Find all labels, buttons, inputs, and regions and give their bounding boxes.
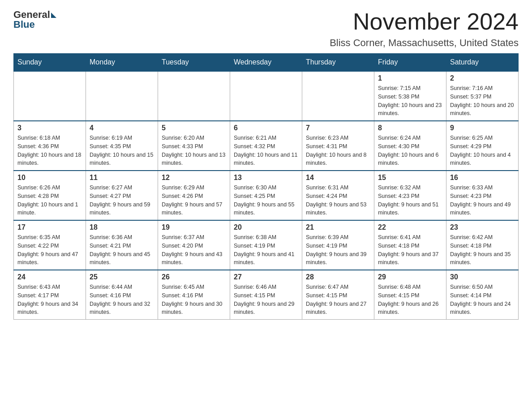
calendar-cell: 17Sunrise: 6:35 AMSunset: 4:22 PMDayligh… — [14, 220, 86, 270]
day-number: 14 — [306, 174, 370, 182]
calendar-cell: 2Sunrise: 7:16 AMSunset: 5:37 PMDaylight… — [446, 71, 519, 121]
day-number: 18 — [90, 223, 154, 231]
day-info: Sunrise: 6:23 AMSunset: 4:31 PMDaylight:… — [306, 134, 370, 167]
calendar-cell: 1Sunrise: 7:15 AMSunset: 5:38 PMDaylight… — [374, 71, 446, 121]
logo-arrow-icon — [51, 13, 56, 18]
calendar-cell: 4Sunrise: 6:19 AMSunset: 4:35 PMDaylight… — [86, 121, 158, 171]
calendar-cell: 8Sunrise: 6:24 AMSunset: 4:30 PMDaylight… — [374, 121, 446, 171]
day-info: Sunrise: 6:35 AMSunset: 4:22 PMDaylight:… — [17, 233, 82, 267]
day-number: 19 — [162, 223, 226, 231]
calendar-cell — [230, 71, 302, 121]
day-number: 3 — [17, 124, 82, 132]
calendar-cell: 13Sunrise: 6:30 AMSunset: 4:25 PMDayligh… — [230, 171, 302, 220]
day-number: 13 — [234, 174, 298, 182]
calendar-cell: 3Sunrise: 6:18 AMSunset: 4:36 PMDaylight… — [14, 121, 86, 171]
day-info: Sunrise: 6:46 AMSunset: 4:15 PMDaylight:… — [234, 283, 298, 317]
day-number: 8 — [378, 124, 442, 132]
page-title: November 2024 — [330, 9, 519, 34]
day-info: Sunrise: 7:15 AMSunset: 5:38 PMDaylight:… — [378, 84, 442, 118]
day-number: 20 — [234, 223, 298, 231]
day-number: 1 — [378, 74, 442, 82]
calendar-cell: 26Sunrise: 6:45 AMSunset: 4:16 PMDayligh… — [158, 270, 230, 320]
calendar-cell: 9Sunrise: 6:25 AMSunset: 4:29 PMDaylight… — [446, 121, 519, 171]
calendar-cell: 28Sunrise: 6:47 AMSunset: 4:15 PMDayligh… — [302, 270, 374, 320]
calendar-cell: 23Sunrise: 6:42 AMSunset: 4:18 PMDayligh… — [446, 220, 519, 270]
day-info: Sunrise: 6:25 AMSunset: 4:29 PMDaylight:… — [450, 134, 515, 167]
day-number: 24 — [17, 273, 82, 281]
calendar-cell: 19Sunrise: 6:37 AMSunset: 4:20 PMDayligh… — [158, 220, 230, 270]
calendar-header-friday: Friday — [374, 54, 446, 72]
calendar-header-row: SundayMondayTuesdayWednesdayThursdayFrid… — [14, 54, 519, 72]
day-number: 5 — [162, 124, 226, 132]
calendar-cell: 27Sunrise: 6:46 AMSunset: 4:15 PMDayligh… — [230, 270, 302, 320]
calendar-cell: 22Sunrise: 6:41 AMSunset: 4:18 PMDayligh… — [374, 220, 446, 270]
calendar-header-saturday: Saturday — [446, 54, 519, 72]
day-info: Sunrise: 6:50 AMSunset: 4:14 PMDaylight:… — [450, 283, 515, 317]
day-info: Sunrise: 6:32 AMSunset: 4:23 PMDaylight:… — [378, 184, 442, 217]
day-info: Sunrise: 6:31 AMSunset: 4:24 PMDaylight:… — [306, 184, 370, 217]
calendar-header-sunday: Sunday — [14, 54, 86, 72]
day-info: Sunrise: 6:41 AMSunset: 4:18 PMDaylight:… — [378, 233, 442, 267]
day-info: Sunrise: 6:19 AMSunset: 4:35 PMDaylight:… — [90, 134, 154, 167]
calendar-header-monday: Monday — [86, 54, 158, 72]
calendar-cell: 5Sunrise: 6:20 AMSunset: 4:33 PMDaylight… — [158, 121, 230, 171]
calendar-cell: 25Sunrise: 6:44 AMSunset: 4:16 PMDayligh… — [86, 270, 158, 320]
day-info: Sunrise: 6:21 AMSunset: 4:32 PMDaylight:… — [234, 134, 298, 167]
day-number: 25 — [90, 273, 154, 281]
calendar-cell: 29Sunrise: 6:48 AMSunset: 4:15 PMDayligh… — [374, 270, 446, 320]
day-info: Sunrise: 6:44 AMSunset: 4:16 PMDaylight:… — [90, 283, 154, 317]
calendar-cell — [158, 71, 230, 121]
calendar-cell: 10Sunrise: 6:26 AMSunset: 4:28 PMDayligh… — [14, 171, 86, 220]
calendar-cell — [14, 71, 86, 121]
day-number: 12 — [162, 174, 226, 182]
day-info: Sunrise: 6:33 AMSunset: 4:23 PMDaylight:… — [450, 184, 515, 217]
calendar-week-4: 17Sunrise: 6:35 AMSunset: 4:22 PMDayligh… — [14, 220, 519, 270]
day-number: 21 — [306, 223, 370, 231]
day-number: 7 — [306, 124, 370, 132]
day-number: 17 — [17, 223, 82, 231]
calendar-week-1: 1Sunrise: 7:15 AMSunset: 5:38 PMDaylight… — [14, 71, 519, 121]
day-info: Sunrise: 6:18 AMSunset: 4:36 PMDaylight:… — [17, 134, 82, 167]
day-info: Sunrise: 6:27 AMSunset: 4:27 PMDaylight:… — [90, 184, 154, 217]
page-header: General Blue November 2024 Bliss Corner,… — [13, 9, 519, 49]
day-info: Sunrise: 6:43 AMSunset: 4:17 PMDaylight:… — [17, 283, 82, 317]
calendar-cell: 20Sunrise: 6:38 AMSunset: 4:19 PMDayligh… — [230, 220, 302, 270]
day-number: 4 — [90, 124, 154, 132]
calendar-cell: 18Sunrise: 6:36 AMSunset: 4:21 PMDayligh… — [86, 220, 158, 270]
day-number: 16 — [450, 174, 515, 182]
day-info: Sunrise: 6:45 AMSunset: 4:16 PMDaylight:… — [162, 283, 226, 317]
day-info: Sunrise: 6:48 AMSunset: 4:15 PMDaylight:… — [378, 283, 442, 317]
calendar-cell: 6Sunrise: 6:21 AMSunset: 4:32 PMDaylight… — [230, 121, 302, 171]
day-number: 2 — [450, 74, 515, 82]
calendar-week-5: 24Sunrise: 6:43 AMSunset: 4:17 PMDayligh… — [14, 270, 519, 320]
calendar-cell — [302, 71, 374, 121]
day-number: 11 — [90, 174, 154, 182]
calendar-cell: 16Sunrise: 6:33 AMSunset: 4:23 PMDayligh… — [446, 171, 519, 220]
logo-blue-label: Blue — [13, 19, 35, 30]
calendar-cell — [86, 71, 158, 121]
title-section: November 2024 Bliss Corner, Massachusett… — [330, 9, 519, 49]
day-info: Sunrise: 6:42 AMSunset: 4:18 PMDaylight:… — [450, 233, 515, 267]
day-info: Sunrise: 6:30 AMSunset: 4:25 PMDaylight:… — [234, 184, 298, 217]
day-number: 29 — [378, 273, 442, 281]
day-info: Sunrise: 6:36 AMSunset: 4:21 PMDaylight:… — [90, 233, 154, 267]
day-info: Sunrise: 6:26 AMSunset: 4:28 PMDaylight:… — [17, 184, 82, 217]
calendar-week-3: 10Sunrise: 6:26 AMSunset: 4:28 PMDayligh… — [14, 171, 519, 220]
day-number: 28 — [306, 273, 370, 281]
calendar-cell: 15Sunrise: 6:32 AMSunset: 4:23 PMDayligh… — [374, 171, 446, 220]
calendar-cell: 30Sunrise: 6:50 AMSunset: 4:14 PMDayligh… — [446, 270, 519, 320]
day-number: 6 — [234, 124, 298, 132]
page-subtitle: Bliss Corner, Massachusetts, United Stat… — [330, 37, 519, 49]
day-number: 22 — [378, 223, 442, 231]
day-info: Sunrise: 6:24 AMSunset: 4:30 PMDaylight:… — [378, 134, 442, 167]
day-number: 27 — [234, 273, 298, 281]
calendar-cell: 21Sunrise: 6:39 AMSunset: 4:19 PMDayligh… — [302, 220, 374, 270]
day-number: 15 — [378, 174, 442, 182]
day-info: Sunrise: 6:29 AMSunset: 4:26 PMDaylight:… — [162, 184, 226, 217]
calendar-cell: 11Sunrise: 6:27 AMSunset: 4:27 PMDayligh… — [86, 171, 158, 220]
calendar-header-tuesday: Tuesday — [158, 54, 230, 72]
calendar-cell: 12Sunrise: 6:29 AMSunset: 4:26 PMDayligh… — [158, 171, 230, 220]
day-info: Sunrise: 7:16 AMSunset: 5:37 PMDaylight:… — [450, 84, 515, 118]
calendar-cell: 24Sunrise: 6:43 AMSunset: 4:17 PMDayligh… — [14, 270, 86, 320]
logo: General Blue — [13, 9, 56, 30]
